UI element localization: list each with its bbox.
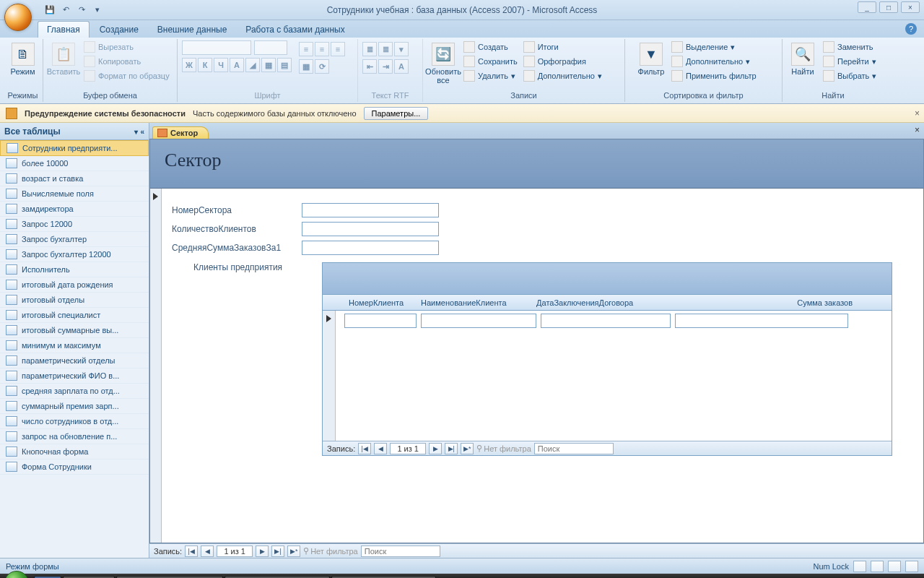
align-right-button[interactable]: ≡ bbox=[331, 42, 345, 56]
last-button[interactable]: ▶| bbox=[271, 545, 284, 557]
nav-item[interactable]: итоговый дата рождения bbox=[0, 277, 149, 293]
close-button[interactable]: × bbox=[901, 1, 920, 13]
security-close-icon[interactable]: × bbox=[915, 108, 920, 118]
save-record-button[interactable]: Сохранить bbox=[462, 55, 519, 68]
indent-inc-button[interactable]: ⇥ bbox=[378, 59, 393, 74]
doctab-close-icon[interactable]: × bbox=[915, 125, 920, 135]
font-color-button[interactable]: A bbox=[230, 58, 244, 72]
altrow-button[interactable]: ▤ bbox=[277, 58, 292, 72]
input-summa[interactable] bbox=[302, 241, 439, 255]
nav-item[interactable]: суммарный премия зарп... bbox=[0, 399, 149, 414]
align-center-button[interactable]: ≡ bbox=[315, 42, 329, 56]
qat-more-icon[interactable]: ▾ bbox=[91, 4, 104, 17]
gridlines-button[interactable]: ▦ bbox=[261, 58, 276, 72]
goto-button[interactable]: Перейти▾ bbox=[821, 55, 878, 68]
selection-filter-button[interactable]: Выделение▾ bbox=[670, 40, 758, 53]
paste-button[interactable]: 📋Вставить bbox=[48, 40, 79, 78]
sub-search-input[interactable]: Поиск bbox=[534, 443, 614, 454]
office-button[interactable] bbox=[4, 4, 32, 31]
nav-dropdown-icon[interactable]: ▾ bbox=[134, 128, 138, 136]
col-summa[interactable]: Сумма заказов bbox=[669, 298, 857, 307]
refresh-all-button[interactable]: 🔄Обновить все bbox=[427, 40, 459, 87]
nav-item[interactable]: замдиректора bbox=[0, 202, 149, 217]
view-button[interactable]: 🗎Режим bbox=[7, 40, 38, 78]
nav-item[interactable]: параметрический ФИО в... bbox=[0, 368, 149, 384]
grid-toggle[interactable]: ▦ bbox=[299, 59, 313, 74]
security-options-button[interactable]: Параметры... bbox=[364, 107, 429, 120]
minimize-button[interactable]: _ bbox=[858, 1, 876, 13]
view-form-button[interactable] bbox=[853, 561, 866, 572]
nav-item[interactable]: число сотрудников в отд... bbox=[0, 414, 149, 429]
italic-button[interactable]: К bbox=[198, 58, 212, 72]
col-nomerklienta[interactable]: НомерКлиента bbox=[344, 298, 417, 307]
advanced-filter-button[interactable]: Дополнительно▾ bbox=[670, 55, 758, 68]
font-size-select[interactable] bbox=[254, 40, 287, 55]
nav-item[interactable]: более 10000 bbox=[0, 156, 149, 171]
cell-data[interactable] bbox=[541, 314, 671, 328]
bullets-button[interactable]: ≣ bbox=[362, 42, 377, 56]
cell-summa[interactable] bbox=[675, 314, 848, 328]
redo-icon[interactable]: ↷ bbox=[75, 4, 88, 17]
col-naimenovanie[interactable]: НаименованиеКлиента bbox=[417, 298, 532, 307]
fill-color-button[interactable]: ◢ bbox=[245, 58, 260, 72]
col-datadogovora[interactable]: ДатаЗаключенияДоговора bbox=[532, 298, 669, 307]
sub-record-pos[interactable]: 1 из 1 bbox=[390, 443, 426, 454]
more-records-button[interactable]: Дополнительно▾ bbox=[522, 69, 603, 82]
sub-record-selector[interactable] bbox=[323, 311, 336, 441]
search-input[interactable]: Поиск bbox=[361, 545, 440, 557]
nav-item[interactable]: средняя зарплата по отд... bbox=[0, 384, 149, 399]
sub-prev-button[interactable]: ◀ bbox=[374, 443, 387, 454]
maximize-button[interactable]: □ bbox=[879, 1, 898, 13]
select-button[interactable]: Выбрать▾ bbox=[821, 69, 878, 82]
nav-item[interactable]: Форма Сотрудники bbox=[0, 460, 149, 475]
nav-item[interactable]: Сотрудники предприяти... bbox=[0, 140, 149, 156]
rtf-color[interactable]: A bbox=[394, 59, 409, 74]
doctab-sector[interactable]: Сектор bbox=[152, 126, 209, 139]
input-nomersektora[interactable] bbox=[302, 203, 439, 217]
nav-header[interactable]: Все таблицы ▾ « bbox=[0, 123, 149, 140]
prev-button[interactable]: ◀ bbox=[201, 545, 214, 557]
delete-record-button[interactable]: Удалить▾ bbox=[462, 69, 519, 82]
refresh-format[interactable]: ⟳ bbox=[315, 59, 329, 74]
cut-button[interactable]: Вырезать bbox=[82, 40, 171, 53]
next-button[interactable]: ▶ bbox=[256, 545, 269, 557]
nav-item[interactable]: Вычисляемые поля bbox=[0, 186, 149, 202]
cell-naimenovanie[interactable] bbox=[421, 314, 536, 328]
record-pos[interactable]: 1 из 1 bbox=[217, 545, 253, 557]
find-button[interactable]: 🔍Найти bbox=[787, 40, 819, 78]
input-kolklientov[interactable] bbox=[302, 222, 439, 236]
nav-item[interactable]: итоговый отделы bbox=[0, 293, 149, 308]
format-painter-button[interactable]: Формат по образцу bbox=[82, 69, 171, 82]
view-design-button[interactable] bbox=[905, 561, 918, 572]
nav-item[interactable]: Кнопочная форма bbox=[0, 444, 149, 460]
replace-button[interactable]: Заменить bbox=[821, 40, 878, 53]
sub-last-button[interactable]: ▶| bbox=[445, 443, 458, 454]
nav-item[interactable]: Запрос бухгалтер bbox=[0, 232, 149, 247]
tab-dbtools[interactable]: Работа с базами данных bbox=[237, 22, 353, 38]
view-layout-button[interactable] bbox=[888, 561, 901, 572]
indent-dec-button[interactable]: ⇤ bbox=[362, 59, 377, 74]
toggle-filter-button[interactable]: Применить фильтр bbox=[670, 69, 758, 82]
filter-button[interactable]: ▼Фильтр bbox=[635, 40, 667, 78]
nav-item[interactable]: итоговый специалист bbox=[0, 308, 149, 323]
rtf-more[interactable]: ▾ bbox=[394, 42, 409, 56]
tab-create[interactable]: Создание bbox=[91, 22, 147, 38]
nav-item[interactable]: Исполнитель bbox=[0, 262, 149, 277]
tab-external[interactable]: Внешние данные bbox=[149, 22, 236, 38]
new-record-button[interactable]: Создать bbox=[462, 40, 519, 53]
cell-nomerklienta[interactable] bbox=[344, 314, 417, 328]
bold-button[interactable]: Ж bbox=[182, 58, 196, 72]
sub-new-button[interactable]: ▶* bbox=[461, 443, 474, 454]
copy-button[interactable]: Копировать bbox=[82, 55, 171, 68]
view-datasheet-button[interactable] bbox=[871, 561, 884, 572]
new-record-nav-button[interactable]: ▶* bbox=[287, 545, 300, 557]
help-icon[interactable]: ? bbox=[905, 23, 917, 35]
nav-item[interactable]: Запрос бухгалтер 12000 bbox=[0, 247, 149, 262]
nav-item[interactable]: итоговый суммарные вы... bbox=[0, 323, 149, 338]
tab-main[interactable]: Главная bbox=[38, 21, 90, 38]
totals-button[interactable]: Итоги bbox=[522, 40, 603, 53]
save-icon[interactable]: 💾 bbox=[43, 4, 56, 17]
first-button[interactable]: |◀ bbox=[185, 545, 198, 557]
nav-item[interactable]: Запрос 12000 bbox=[0, 217, 149, 232]
align-left-button[interactable]: ≡ bbox=[299, 42, 313, 56]
